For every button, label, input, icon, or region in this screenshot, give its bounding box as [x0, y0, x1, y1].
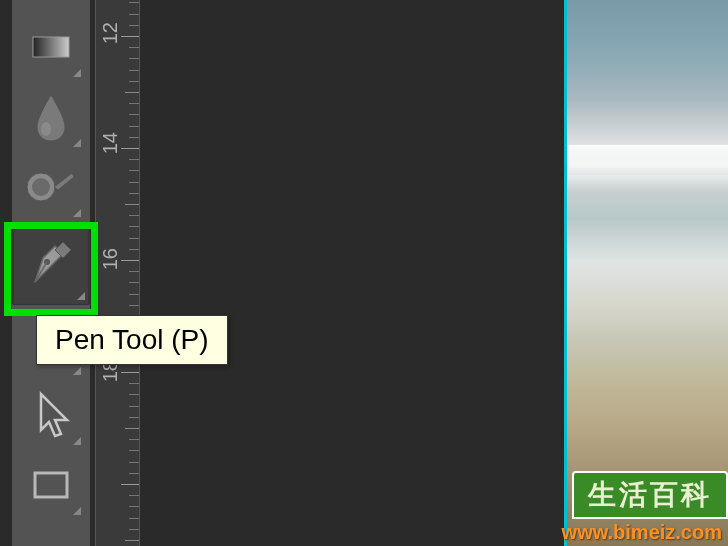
watermark: 生活百科 www.bimeiz.com	[498, 474, 728, 546]
svg-point-3	[32, 178, 50, 196]
submenu-indicator-icon	[73, 69, 81, 77]
gradient-icon	[29, 25, 73, 69]
watermark-url: www.bimeiz.com	[556, 519, 728, 546]
image-content	[567, 145, 728, 175]
submenu-indicator-icon	[73, 209, 81, 217]
path-selection-tool[interactable]	[17, 381, 85, 449]
submenu-indicator-icon	[73, 507, 81, 515]
submenu-indicator-icon	[73, 437, 81, 445]
vertical-ruler[interactable]: 12 14 16 18	[95, 0, 140, 546]
submenu-indicator-icon	[77, 292, 85, 300]
submenu-indicator-icon	[73, 367, 81, 375]
svg-point-1	[41, 122, 51, 136]
tooltip: Pen Tool (P)	[36, 315, 228, 365]
dodge-icon	[24, 165, 78, 209]
ruler-mark: 14	[100, 132, 120, 154]
dodge-tool[interactable]	[17, 153, 85, 221]
arrow-cursor-icon	[29, 390, 73, 440]
gradient-tool[interactable]	[17, 13, 85, 81]
document-image[interactable]	[564, 0, 728, 546]
svg-rect-0	[33, 37, 69, 57]
ruler-mark: 16	[100, 248, 120, 270]
pen-icon	[25, 240, 77, 292]
submenu-indicator-icon	[73, 139, 81, 147]
watermark-label: 生活百科	[572, 471, 728, 519]
rectangle-icon	[29, 463, 73, 507]
pen-tool[interactable]	[12, 227, 90, 305]
svg-rect-7	[35, 473, 67, 497]
blur-drop-icon	[29, 91, 73, 143]
rectangle-shape-tool[interactable]	[17, 451, 85, 519]
ruler-mark: 12	[100, 22, 120, 44]
toolbar: T	[12, 0, 90, 546]
blur-tool[interactable]	[17, 83, 85, 151]
canvas-area[interactable]	[140, 0, 728, 546]
